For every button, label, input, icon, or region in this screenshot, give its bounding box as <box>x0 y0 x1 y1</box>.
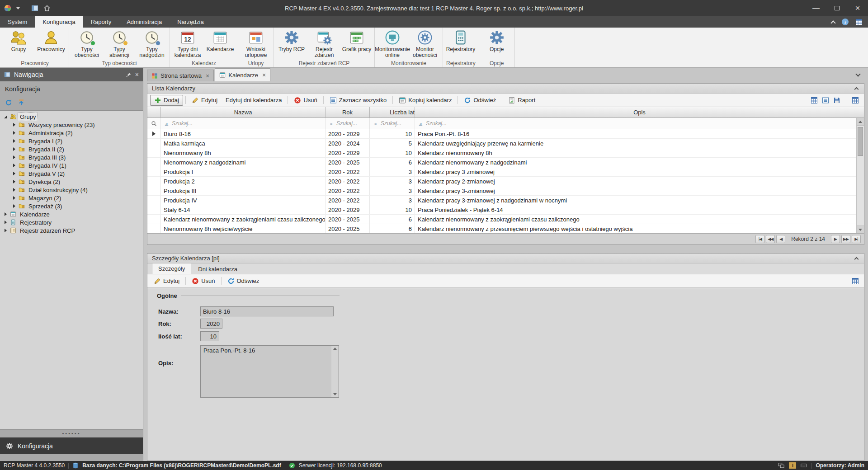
ribbon-button-typy-obecnosci[interactable]: Typy obecności <box>71 29 103 59</box>
table-row[interactable]: Kalendarz nienormowany z zaokrągleniami … <box>147 215 864 224</box>
expander-icon[interactable] <box>12 155 17 159</box>
tree-item-kalendarze[interactable]: Kalendarze <box>0 210 143 218</box>
ribbon-button-opcje[interactable]: Opcje <box>481 29 513 53</box>
about-info-icon[interactable]: i <box>842 19 849 25</box>
collapse-ribbon-icon[interactable] <box>830 20 835 25</box>
opis-field[interactable]: Praca Pon.-Pt. 8-16 <box>200 345 339 398</box>
usun-button[interactable]: Usuń <box>290 95 321 105</box>
usun-button[interactable]: Usuń <box>188 276 218 286</box>
expander-icon[interactable] <box>12 188 17 192</box>
menu-tab-administracja[interactable]: Administracja <box>119 16 170 28</box>
pager-prev-button[interactable]: ◀ <box>776 235 785 243</box>
tab-strona-startowa[interactable]: Strona startowa × <box>147 70 214 81</box>
expander-icon[interactable] <box>3 212 8 216</box>
expander-icon[interactable] <box>12 131 17 135</box>
table-row[interactable]: Produkcja III 2020 - 2022 3 Kalendarz pr… <box>147 186 864 196</box>
zaznacz-wszystko-button[interactable]: Zaznacz wszystko <box>326 95 390 105</box>
expander-icon[interactable] <box>12 139 17 143</box>
ribbon-button-rejestratory[interactable]: Rejestratory <box>444 29 477 53</box>
odswiez-button[interactable]: Odśwież <box>224 276 263 286</box>
table-row[interactable]: Nienormowany z nadgodzinami 2020 - 2025 … <box>147 158 864 167</box>
home-icon[interactable] <box>43 5 51 12</box>
rok-field[interactable] <box>200 319 222 329</box>
pager-next-button[interactable]: ▶ <box>831 235 840 243</box>
tree-item-wszyscy-pracownicy[interactable]: Wszyscy pracownicy (23) <box>0 121 143 129</box>
close-panel-icon[interactable]: × <box>135 71 139 78</box>
pin-icon[interactable] <box>126 72 132 78</box>
maximize-button[interactable] <box>826 0 847 16</box>
expander-icon[interactable] <box>3 221 8 224</box>
ribbon-button-kalendarze[interactable]: Kalendarze <box>204 29 236 53</box>
insert-mode-indicator[interactable]: I <box>789 462 796 469</box>
table-row[interactable]: Stały 6-14 2020 - 2029 10 Praca Poniedzi… <box>147 205 864 215</box>
ilosc-lat-field[interactable] <box>200 331 219 341</box>
edytuj-button[interactable]: Edytuj <box>150 276 183 286</box>
tree-item-rejestr-zdarzen-rcp[interactable]: Rejestr zdarzeń RCP <box>0 226 143 235</box>
collapse-panel-icon[interactable] <box>854 257 859 262</box>
tree-item-brygada-3[interactable]: Brygada III (3) <box>0 153 143 161</box>
tab-dni-kalendarza[interactable]: Dni kalendarza <box>192 264 243 274</box>
ribbon-button-grafik-pracy[interactable]: Grafik pracy <box>340 29 373 53</box>
edytuj-dni-kalendarza-button[interactable]: Edytuj dni kalendarza <box>222 95 285 105</box>
column-header-liczba-lat[interactable]: Liczba lat <box>370 107 415 118</box>
ribbon-button-typy-dni-kalendarza[interactable]: Typy dni kalendarza <box>171 29 204 59</box>
tree-item-dyrekcja[interactable]: Dyrekcja (2) <box>0 178 143 186</box>
ribbon-button-pracownicy[interactable]: Pracownicy <box>35 29 67 53</box>
tree-item-brygada-4[interactable]: Brygada IV (1) <box>0 161 143 169</box>
column-header-nazwa[interactable]: Nazwa <box>161 107 326 118</box>
table-row[interactable]: Produkcja IV 2020 - 2022 3 Kalendarz pra… <box>147 196 864 205</box>
column-header-opis[interactable]: Opis <box>415 107 864 118</box>
table-row[interactable]: Matka karmiąca 2020 - 2024 5 Kalendarz u… <box>147 139 864 148</box>
expander-icon[interactable] <box>12 147 17 151</box>
filter-opis-input[interactable]: Szukaj... <box>415 118 856 129</box>
expander-icon[interactable] <box>12 204 17 208</box>
nazwa-field[interactable] <box>200 306 334 316</box>
ribbon-button-typy-nadgodzin[interactable]: Typy nadgodzin <box>136 29 168 59</box>
table-row[interactable]: Biuro 8-16 2020 - 2029 10 Praca Pon.-Pt.… <box>147 129 864 139</box>
tab-szczegoly[interactable]: Szczegóły <box>152 263 191 274</box>
close-button[interactable]: × <box>847 0 868 16</box>
expander-icon[interactable] <box>12 172 17 175</box>
filter-rok-input[interactable]: Szukaj... <box>326 118 370 129</box>
scroll-down-button[interactable] <box>857 226 864 233</box>
filter-condition-icon[interactable] <box>373 121 378 127</box>
close-tab-icon[interactable]: × <box>262 71 266 79</box>
expander-icon[interactable] <box>12 123 17 127</box>
expander-icon[interactable] <box>12 180 17 183</box>
ribbon-button-wnioski-urlopowe[interactable]: Wnioski urlopowe <box>240 29 272 59</box>
skin-grid-icon[interactable] <box>855 19 863 26</box>
expander-icon[interactable] <box>3 229 8 232</box>
app-logo-icon[interactable] <box>4 5 11 12</box>
edytuj-button[interactable]: Edytuj <box>188 95 221 105</box>
scroll-up-icon[interactable] <box>333 348 337 350</box>
sidebar-splitter-grip[interactable]: •••••• <box>0 431 143 436</box>
tree-item-magazyn[interactable]: Magazyn (2) <box>0 194 143 202</box>
expander-icon[interactable] <box>12 196 17 200</box>
connection-status-icon[interactable] <box>777 462 785 469</box>
keyboard-icon[interactable] <box>800 462 808 469</box>
menu-tab-system[interactable]: System <box>0 16 35 28</box>
qat-panel-icon[interactable] <box>31 5 38 12</box>
sidebar-bottom-item-konfiguracja[interactable]: Konfiguracja <box>0 437 143 454</box>
tree-item-administracja[interactable]: Administracja (2) <box>0 129 143 137</box>
ribbon-button-grupy[interactable]: Grupy <box>2 29 35 53</box>
expander-icon[interactable] <box>12 164 17 167</box>
scrollbar-thumb[interactable] <box>858 127 863 156</box>
minimize-button[interactable]: — <box>806 0 826 16</box>
ribbon-button-monitor-obecnosci[interactable]: Monitor obecności <box>409 29 441 59</box>
tree-item-brygada-5[interactable]: Brygada V (2) <box>0 169 143 178</box>
expander-icon[interactable] <box>3 115 8 118</box>
tree-item-grupy[interactable]: Grupy <box>0 113 143 121</box>
filter-condition-icon[interactable] <box>164 121 170 127</box>
tree-item-rejestratory[interactable]: Rejestratory <box>0 218 143 226</box>
menu-tab-narzedzia[interactable]: Narzędzia <box>170 16 212 28</box>
qat-dropdown-icon[interactable] <box>16 7 20 9</box>
vertical-scrollbar[interactable] <box>856 118 864 233</box>
pager-last-button[interactable]: ▶| <box>852 235 861 243</box>
table-row[interactable]: Produkcja 2 2020 - 2022 3 Kalendarz prac… <box>147 177 864 186</box>
ribbon-button-typy-absencji[interactable]: Typy absencji <box>103 29 136 59</box>
menu-tab-konfiguracja[interactable]: Konfiguracja <box>35 16 83 28</box>
ribbon-button-monitorowanie-online[interactable]: Monitorowanie online <box>376 29 409 59</box>
filter-condition-icon[interactable] <box>418 121 424 127</box>
tab-kalendarze[interactable]: Kalendarze × <box>215 68 270 81</box>
